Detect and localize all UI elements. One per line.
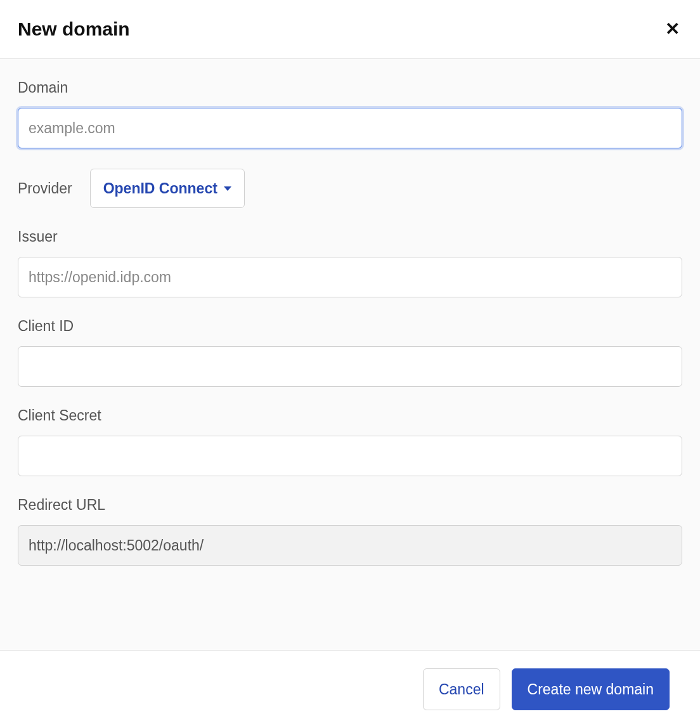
modal-footer: Cancel Create new domain <box>0 651 700 728</box>
create-domain-button[interactable]: Create new domain <box>512 668 670 710</box>
redirect-url-field-group: Redirect URL <box>18 497 682 566</box>
domain-input[interactable] <box>18 108 682 148</box>
issuer-input[interactable] <box>18 257 682 297</box>
client-id-field-group: Client ID <box>18 318 682 387</box>
domain-field-group: Domain <box>18 79 682 148</box>
provider-dropdown-label: OpenID Connect <box>103 180 217 197</box>
issuer-label: Issuer <box>18 228 682 245</box>
modal-title: New domain <box>18 18 130 40</box>
domain-label: Domain <box>18 79 682 96</box>
redirect-url-input <box>18 525 682 566</box>
modal-header: New domain ✕ <box>0 0 700 58</box>
client-id-input[interactable] <box>18 346 682 387</box>
client-id-label: Client ID <box>18 318 682 335</box>
provider-dropdown[interactable]: OpenID Connect <box>90 169 245 208</box>
chevron-down-icon <box>224 186 231 191</box>
client-secret-input[interactable] <box>18 436 682 476</box>
provider-label: Provider <box>18 180 72 197</box>
issuer-field-group: Issuer <box>18 228 682 297</box>
provider-field-group: Provider OpenID Connect <box>18 169 682 208</box>
close-icon[interactable]: ✕ <box>663 18 682 41</box>
client-secret-field-group: Client Secret <box>18 407 682 476</box>
cancel-button[interactable]: Cancel <box>423 668 500 710</box>
redirect-url-label: Redirect URL <box>18 497 682 514</box>
modal-body: Domain Provider OpenID Connect Issuer Cl… <box>0 58 700 651</box>
client-secret-label: Client Secret <box>18 407 682 424</box>
